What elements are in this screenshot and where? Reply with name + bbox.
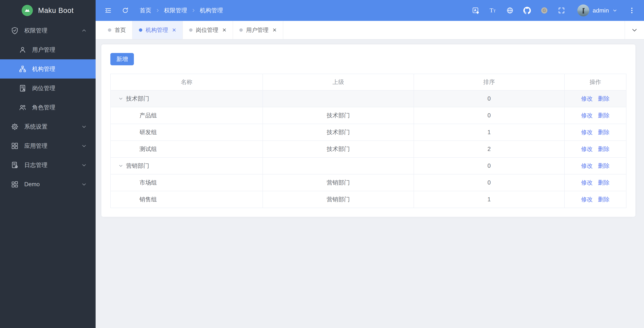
tab[interactable]: 岗位管理 × (183, 21, 233, 39)
main-area: 首页权限管理机构管理 T T (96, 0, 644, 328)
tab-dot-icon (240, 28, 243, 32)
row-actions: 修改删除 (564, 174, 626, 191)
edit-link[interactable]: 修改 (581, 163, 593, 169)
breadcrumb-item[interactable]: 权限管理 (164, 6, 187, 14)
org-name: 销售组 (140, 196, 157, 203)
user-name: admin (593, 7, 609, 14)
app-logo: Maku Boot (0, 0, 96, 21)
delete-link[interactable]: 删除 (598, 163, 610, 169)
column-header: 名称 (110, 74, 263, 90)
sidebar-item-post-doc[interactable]: 岗位管理 (0, 78, 96, 98)
sidebar-group-log-doc[interactable]: 日志管理 (0, 155, 96, 175)
edit-link[interactable]: 修改 (581, 95, 593, 102)
content-card: 新增 名称上级排序操作 技术部门 0 修改删除 (102, 44, 636, 217)
kebab-menu-icon[interactable] (628, 6, 636, 14)
breadcrumb-separator-icon (155, 8, 160, 13)
tab-dot-icon (189, 28, 192, 32)
page-content: 新增 名称上级排序操作 技术部门 0 修改删除 (96, 39, 644, 328)
user-icon (19, 46, 26, 54)
sidebar-group-shield-check[interactable]: 权限管理 (0, 21, 96, 40)
sidebar-item-user[interactable]: 用户管理 (0, 40, 96, 59)
menu-fold-icon[interactable] (104, 6, 112, 14)
row-actions: 修改删除 (564, 191, 626, 208)
row-actions: 修改删除 (564, 157, 626, 174)
tab-label: 首页 (115, 26, 126, 34)
chevron-down-icon (612, 8, 618, 13)
edit-link[interactable]: 修改 (581, 146, 593, 152)
table-row: 研发组 技术部门 1 修改删除 (110, 124, 626, 141)
breadcrumb-item[interactable]: 首页 (140, 6, 151, 14)
delete-link[interactable]: 删除 (598, 95, 610, 102)
org-name: 测试组 (140, 145, 157, 153)
sidebar-item-label: 日志管理 (24, 161, 48, 169)
table-row: 市场组 营销部门 0 修改删除 (110, 174, 626, 191)
refresh-icon[interactable] (121, 6, 129, 14)
delete-link[interactable]: 删除 (598, 146, 610, 152)
topbar: 首页权限管理机构管理 T T (96, 0, 644, 21)
add-button[interactable]: 新增 (110, 53, 134, 65)
edit-link[interactable]: 修改 (581, 196, 593, 203)
breadcrumb-item[interactable]: 机构管理 (200, 6, 223, 14)
org-parent (263, 90, 414, 107)
sidebar-group-apps-grid[interactable]: 应用管理 (0, 136, 96, 155)
svg-text:G: G (542, 8, 546, 13)
org-parent (263, 157, 414, 174)
user-menu[interactable]: admin (577, 4, 618, 16)
fullscreen-icon[interactable] (558, 6, 566, 14)
org-name: 研发组 (140, 128, 157, 136)
delete-link[interactable]: 删除 (598, 196, 610, 203)
close-icon[interactable]: × (272, 27, 276, 33)
table-row: 产品组 技术部门 0 修改删除 (110, 107, 626, 124)
tabs-dropdown-icon[interactable] (624, 21, 644, 39)
globe-icon[interactable] (506, 6, 514, 14)
chevron-down-icon (81, 181, 87, 187)
chevron-down-icon (81, 143, 87, 149)
edit-link[interactable]: 修改 (581, 179, 593, 186)
expand-caret-icon[interactable] (118, 96, 124, 101)
org-name: 市场组 (140, 179, 157, 187)
app-title: Maku Boot (38, 6, 74, 14)
sidebar-group-demo-grid[interactable]: Demo (0, 175, 96, 194)
row-actions: 修改删除 (564, 107, 626, 124)
sidebar-item-label: 权限管理 (24, 27, 48, 34)
sidebar-item-org-tree[interactable]: 机构管理 (0, 59, 96, 78)
org-sort: 0 (414, 174, 564, 191)
tab[interactable]: 首页 (101, 21, 132, 39)
github-icon[interactable] (523, 6, 531, 14)
column-header: 操作 (564, 74, 626, 90)
org-name: 营销部门 (126, 162, 149, 170)
table-header-row: 名称上级排序操作 (110, 74, 626, 90)
expand-caret-icon[interactable] (118, 163, 124, 168)
breadcrumb: 首页权限管理机构管理 (140, 6, 223, 14)
delete-link[interactable]: 删除 (598, 179, 610, 186)
maku-logo-icon (22, 5, 33, 16)
font-size-icon[interactable]: T T (489, 6, 497, 14)
org-sort: 0 (414, 107, 564, 124)
close-icon[interactable]: × (172, 27, 176, 33)
sidebar-item-roles[interactable]: 角色管理 (0, 98, 96, 117)
edit-link[interactable]: 修改 (581, 112, 593, 119)
close-icon[interactable]: × (222, 27, 226, 33)
delete-link[interactable]: 删除 (598, 112, 610, 119)
tab[interactable]: 用户管理 × (233, 21, 283, 39)
breadcrumb-separator-icon (191, 8, 196, 13)
demo-grid-icon (11, 180, 19, 188)
tab[interactable]: 机构管理 × (132, 21, 183, 39)
org-name: 技术部门 (126, 95, 149, 103)
sidebar-item-label: Demo (24, 181, 40, 188)
apps-grid-icon (11, 142, 19, 150)
tab-bar: 首页 机构管理 × 岗位管理 × 用户管理 × (96, 21, 644, 39)
translate-icon[interactable] (472, 6, 480, 14)
delete-link[interactable]: 删除 (598, 129, 610, 135)
sidebar-menu: 权限管理 用户管理 机构管理 岗位管理 角色管理 系统设置 应用管理 日志管理 … (0, 21, 96, 328)
tab-dot-icon (139, 28, 142, 32)
tab-label: 机构管理 (146, 26, 168, 34)
edit-link[interactable]: 修改 (581, 129, 593, 135)
gitee-icon[interactable]: G (540, 6, 548, 14)
tab-label: 用户管理 (246, 26, 268, 34)
sidebar-group-gear[interactable]: 系统设置 (0, 117, 96, 136)
org-parent: 技术部门 (263, 107, 414, 124)
chevron-up-icon (81, 28, 87, 33)
chevron-down-icon (81, 162, 87, 168)
row-actions: 修改删除 (564, 124, 626, 141)
